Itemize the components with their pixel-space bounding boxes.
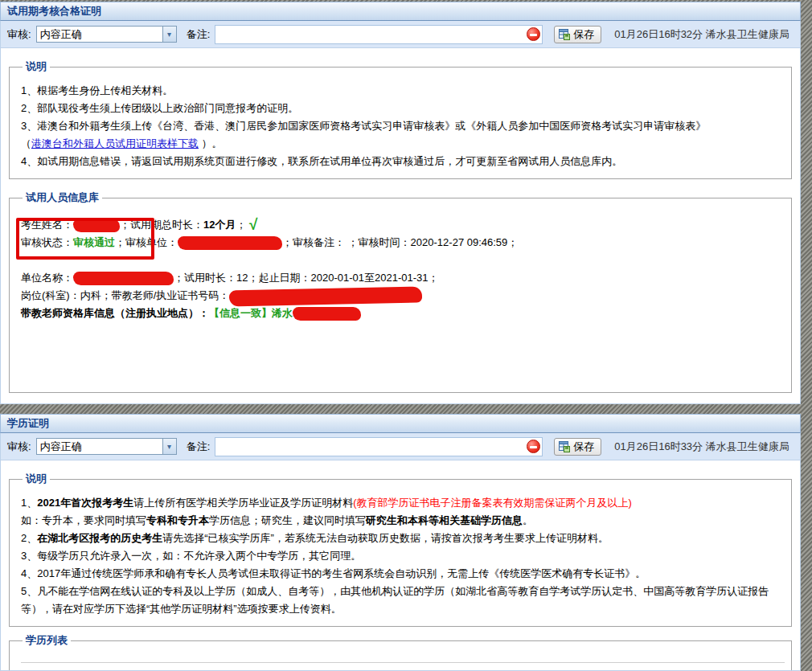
sample-download-link[interactable]: 港澳台和外籍人员试用证明表样下载: [31, 137, 199, 149]
note-label: 备注:: [187, 440, 211, 454]
paren-text: ）。: [199, 137, 223, 149]
instruction-item: 如：专升本，要求同时填写专科和专升本学历信息；研究生，建议同时填写研究生和本科等…: [21, 512, 785, 530]
audit-timestamp: 01月26日16时32分 浠水县卫生健康局: [614, 27, 789, 42]
degree-audit-bar: 审核: 内容正确 ▾ 备注: 保存 01: [0, 433, 801, 460]
field-text: ；试用期总时长：: [120, 219, 203, 231]
item-number: 1、: [21, 497, 37, 509]
chevron-down-icon[interactable]: ▾: [162, 439, 176, 454]
note-input[interactable]: [215, 439, 527, 455]
trainee-info-legend: 试用人员信息库: [23, 190, 102, 205]
field-text: 岗位(科室)：内科；带教老师/执业证书号码：: [21, 289, 229, 301]
field-label: 单位名称：: [21, 272, 73, 284]
save-button-label: 保存: [573, 27, 594, 42]
instructions-legend: 说明: [23, 59, 50, 74]
save-button[interactable]: 保存: [554, 26, 601, 43]
review-select-value: 内容正确: [37, 27, 162, 42]
degree-certificate-section: 学历证明 审核: 内容正确 ▾ 备注:: [0, 414, 801, 671]
instructions-legend: 说明: [23, 472, 50, 486]
save-icon: [559, 29, 570, 40]
match-status-text: 【信息一致】浠水: [209, 307, 293, 319]
instruction-item: 1、2021年首次报考考生请上传所有医学相关学历毕业证及学历证明材料(教育部学历…: [21, 494, 785, 512]
note-input-wrap: [215, 25, 543, 44]
item-text: 学历信息；研究生，建议同时填写: [209, 514, 366, 526]
probation-audit-bar: 审核: 内容正确 ▾ 备注: 保存 01: [0, 21, 801, 48]
item-text: 。: [523, 514, 533, 526]
instruction-item: 3、港澳台和外籍考生须上传《台湾、香港、澳门居民参加国家医师资格考试实习申请审核…: [21, 117, 785, 135]
instruction-item: 4、2017年通过传统医学师承和确有专长人员考试但未取得证书的考生省网系统会自动…: [21, 565, 785, 583]
redaction-mark: [178, 236, 282, 250]
probation-panel-body: 说明 1、根据考生身份上传相关材料。 2、部队现役考生须上传团级以上政治部门同意…: [0, 48, 801, 404]
save-icon: [559, 441, 570, 452]
save-button[interactable]: 保存: [554, 438, 601, 456]
emphasis-text: 研究生和本科等相关基础学历信息: [366, 514, 523, 526]
audit-status-line: 审核状态：审核通过；审核单位：；审核备注： ；审核时间：2020-12-27 0…: [21, 234, 785, 252]
degree-instructions-fieldset: 说明 1、2021年首次报考考生请上传所有医学相关学历毕业证及学历证明材料(教育…: [9, 472, 792, 627]
instruction-item: 3、每级学历只允许录入一次，如：不允许录入两个中专学历，其它同理。: [21, 547, 785, 565]
field-text: ；审核单位：: [115, 236, 178, 248]
note-input[interactable]: [215, 27, 527, 43]
teacher-qualification-line: 带教老师资格库信息（注册执业地点）：【信息一致】浠水: [21, 305, 785, 322]
check-icon: √: [249, 216, 257, 233]
degree-list-fieldset: 学历列表 大专 学历证明材料:电子注册备案表 毕业证 查看学信网结果: [9, 633, 792, 671]
instruction-item: （港澳台和外籍人员试用证明表样下载 ）。: [21, 135, 785, 153]
degree-panel-body: 说明 1、2021年首次报考考生请上传所有医学相关学历毕业证及学历证明材料(教育…: [0, 460, 801, 671]
instruction-item: 1、根据考生身份上传相关材料。: [21, 82, 785, 100]
degree-section-title: 学历证明: [0, 414, 801, 433]
field-text: ；试用时长：12；起止日期：2020-01-01至2021-01-31；: [174, 272, 438, 284]
post-teacher-line: 岗位(科室)：内科；带教老师/执业证书号码：: [21, 287, 785, 305]
redaction-mark: [73, 272, 174, 285]
redaction-mark: [73, 219, 120, 232]
review-label: 审核:: [7, 440, 31, 454]
emphasis-text: 专科和专升本: [146, 514, 209, 526]
probation-instructions-fieldset: 说明 1、根据考生身份上传相关材料。 2、部队现役考生须上传团级以上政治部门同意…: [9, 59, 792, 179]
field-label: 考生姓名：: [21, 219, 73, 231]
section-divider: [0, 404, 801, 414]
item-text: 如：专升本，要求同时填写: [21, 514, 146, 526]
chevron-down-icon[interactable]: ▾: [162, 27, 176, 42]
note-label: 备注:: [187, 27, 211, 42]
instruction-item: 4、如试用期信息错误，请返回试用期系统页面进行修改，联系所在试用单位再次审核通过…: [21, 153, 785, 170]
item-number: 2、: [21, 532, 37, 544]
item-text: 请先选择“已核实学历库”，若系统无法自动获取历史数据，请按首次报考考生要求上传证…: [162, 532, 609, 544]
spacer: [21, 252, 785, 269]
field-label: 带教老师资格库信息（注册执业地点）：: [21, 307, 209, 319]
warning-text: (教育部学历证书电子注册备案表有效期需保证两个月及以上): [353, 497, 632, 509]
redaction-mark: [229, 286, 422, 306]
audit-timestamp: 01月26日16时33分 浠水县卫生健康局: [614, 440, 789, 454]
review-select-value: 内容正确: [37, 440, 162, 454]
paren-text: （: [21, 137, 31, 149]
status-badge: 审核通过: [73, 236, 115, 248]
instruction-item: 2、在湖北考区报考的历史考生请先选择“已核实学历库”，若系统无法自动获取历史数据…: [21, 530, 785, 547]
unit-info-line: 单位名称：；试用时长：12；起止日期：2020-01-01至2021-01-31…: [21, 269, 785, 287]
remove-icon[interactable]: [527, 27, 540, 41]
degree-list-legend: 学历列表: [23, 633, 71, 648]
remove-icon[interactable]: [527, 440, 540, 453]
field-label: 审核状态：: [21, 236, 73, 248]
review-select[interactable]: 内容正确 ▾: [36, 438, 177, 455]
emphasis-text: 在湖北考区报考的历史考生: [37, 532, 162, 544]
instruction-item: 2、部队现役考生须上传团级以上政治部门同意报考的证明。: [21, 100, 785, 117]
redaction-mark: [293, 307, 361, 321]
probation-certificate-section: 试用期考核合格证明 审核: 内容正确 ▾ 备注:: [0, 2, 801, 404]
degree-table: 大专 学历证明材料:电子注册备案表 毕业证 查看学信网结果: [21, 662, 785, 671]
review-select[interactable]: 内容正确 ▾: [36, 26, 177, 43]
probation-duration-value: 12个月: [203, 219, 236, 231]
field-text: ；审核备注： ；审核时间：2020-12-27 09:46:59；: [282, 236, 518, 248]
instruction-item: 5、凡不能在学信网在线认证的专科及以上学历（如成人、自考等），由其他机构认证的学…: [21, 583, 785, 618]
probation-section-title: 试用期考核合格证明: [0, 2, 801, 21]
page-content: 试用期考核合格证明 审核: 内容正确 ▾ 备注:: [0, 2, 801, 671]
item-text: 请上传所有医学相关学历毕业证及学历证明材料: [133, 497, 353, 509]
field-text: ；: [236, 219, 246, 231]
note-input-wrap: [215, 437, 543, 456]
trainee-info-fieldset: 试用人员信息库 考生姓名：；试用期总时长：12个月； √ 审核状态：审核通过；审…: [9, 190, 792, 393]
emphasis-text: 2021年首次报考考生: [37, 497, 133, 509]
candidate-name-line: 考生姓名：；试用期总时长：12个月； √: [21, 216, 785, 234]
review-label: 审核:: [7, 27, 31, 42]
section-title-text: 试用期考核合格证明: [7, 5, 101, 17]
save-button-label: 保存: [573, 440, 594, 454]
section-title-text: 学历证明: [7, 417, 49, 429]
